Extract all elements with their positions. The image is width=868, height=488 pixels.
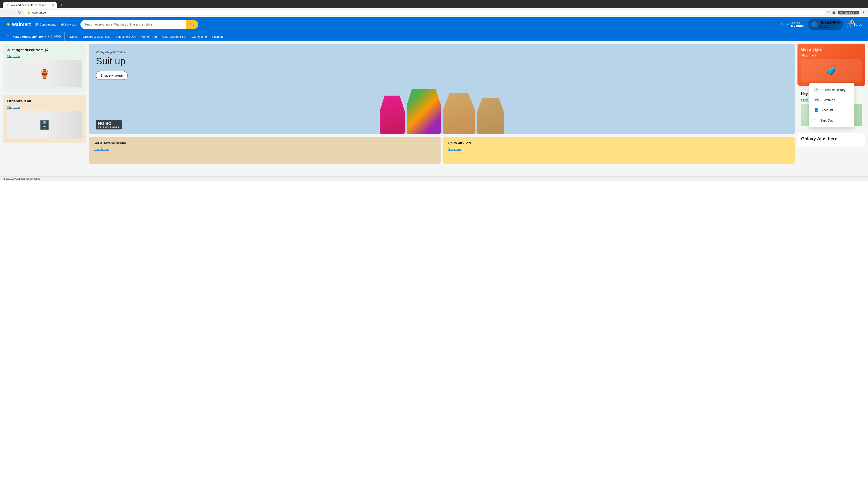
active-tab[interactable]: ⭐ Walmart has deals on the most... ✕ xyxy=(3,2,57,8)
sale-shop-link[interactable]: Shop now xyxy=(448,148,461,151)
account-button[interactable]: 👤 Hi, Lauren D Account xyxy=(808,19,843,30)
reorder-button[interactable]: ↺ Reorder My Items xyxy=(787,21,804,28)
services-icon: ⊕ xyxy=(61,22,64,27)
departments-nav[interactable]: ⊞ Departments xyxy=(35,22,56,27)
reorder-bottom-label: My Items xyxy=(791,24,804,28)
nav-valentines[interactable]: Valentine's Day xyxy=(113,33,138,41)
reload-button[interactable]: ↻ xyxy=(17,10,22,15)
status-url: https://www.walmart.com/account xyxy=(3,177,39,180)
nav-fashion[interactable]: Fashion xyxy=(210,33,225,41)
left-column: Just right decor from $7 Shop now 🏺 Orga… xyxy=(3,43,86,164)
address-bar[interactable]: 🔒 walmart.com xyxy=(24,10,825,15)
header-right: ♡ ↺ Reorder My Items 👤 Hi, Lauren D Acco… xyxy=(779,19,863,30)
sign-out-icon: ⬚ xyxy=(814,118,817,123)
hero-tag: Vacay on your mind? xyxy=(96,51,788,54)
departments-label: Departments xyxy=(39,23,56,26)
decor-shop-link[interactable]: Shop now xyxy=(7,55,20,58)
scene-shop-link[interactable]: Shop home xyxy=(94,148,109,151)
dropdown-sign-out[interactable]: ⬚ Sign Out xyxy=(809,115,855,126)
sign-out-label: Sign Out xyxy=(820,119,833,122)
hero-banner: Vacay on your mind? Suit up Shop swimwea… xyxy=(89,43,795,134)
dropdown-purchase-history[interactable]: 🕐 Purchase History xyxy=(809,85,855,95)
chevron-down-icon: ▾ xyxy=(48,35,49,38)
incognito-badge[interactable]: 🕵 Incognito (3) xyxy=(838,11,860,14)
walmart-plus-icon: W+ xyxy=(814,98,821,102)
forward-button[interactable]: → xyxy=(10,10,16,15)
nav-grocery[interactable]: Grocery & Essentials xyxy=(80,33,113,41)
location-selector[interactable]: 📍 Pickup today, 9pm-10pm ▾ | 07094 xyxy=(5,32,65,41)
walmart-header: ✦ walmart ⊞ Departments ⊕ Services 🔍 ♡ ↺… xyxy=(0,17,868,32)
swimsuit-tan2 xyxy=(477,98,504,134)
decor-title: Just right decor from $7 xyxy=(7,48,82,52)
hero-image-area xyxy=(96,80,788,134)
purchase-history-icon: 🕐 xyxy=(814,88,819,92)
organize-image: 🗄️ xyxy=(7,111,82,138)
search-button[interactable]: 🔍 xyxy=(186,20,198,29)
walmart-logo[interactable]: ✦ walmart xyxy=(5,21,31,28)
tab-bar: ⭐ Walmart has deals on the most... ✕ ＋ xyxy=(3,2,865,8)
cart-amount: $0.00 xyxy=(854,22,863,26)
toolbar-icons: ☆ ▣ 🕵 Incognito (3) ⋮ xyxy=(827,10,865,15)
back-button[interactable]: ← xyxy=(3,10,8,15)
scene-title: Set a serene scene xyxy=(94,141,436,145)
cart-button[interactable]: 🛒 0 $0.00 xyxy=(846,22,863,27)
browser-controls: ← → ↻ 🔒 walmart.com ☆ ▣ 🕵 Incognito (3) … xyxy=(0,8,868,17)
menu-icon[interactable]: ⋮ xyxy=(862,10,865,15)
lock-icon: 🔒 xyxy=(27,11,30,14)
services-nav[interactable]: ⊕ Services xyxy=(61,22,76,27)
style-shop-link[interactable]: Shop travel xyxy=(801,54,862,57)
style-image: 🧳 xyxy=(801,59,862,82)
nav-cold[interactable]: Cold, Cough & Flu xyxy=(160,33,189,41)
galaxy-title: Galaxy AI is here xyxy=(801,136,862,141)
organize-promo-card: Organize it all Shop now 🗄️ xyxy=(3,95,86,143)
new-tab-button[interactable]: ＋ xyxy=(58,2,65,8)
decor-promo-card: Just right decor from $7 Shop now 🏺 xyxy=(3,43,86,92)
main-content: Just right decor from $7 Shop now 🏺 Orga… xyxy=(0,41,868,176)
services-label: Services xyxy=(65,23,76,26)
sale-promo-card: Up to 40% off Shop now xyxy=(443,137,795,164)
logo-text: walmart xyxy=(12,22,31,27)
content-grid: Just right decor from $7 Shop now 🏺 Orga… xyxy=(0,41,868,166)
nav-deals[interactable]: Deals xyxy=(67,33,80,41)
cart-count-badge: 0 xyxy=(850,20,854,24)
shop-swimwear-button[interactable]: Shop swimwear xyxy=(96,71,128,80)
center-column: Vacay on your mind? Suit up Shop swimwea… xyxy=(89,43,795,164)
location-icon: 📍 xyxy=(5,34,10,39)
account-dropdown: 🕐 Purchase History W+ Walmart+ 👤 Account… xyxy=(809,83,855,127)
brand-name: NO BO xyxy=(98,121,112,126)
account-dropdown-label: Account xyxy=(822,108,833,112)
status-bar: https://www.walmart.com/account xyxy=(0,176,868,181)
organize-title: Organize it all xyxy=(7,99,82,103)
sale-title: Up to 40% off xyxy=(448,141,790,145)
organize-shop-link[interactable]: Shop now xyxy=(7,105,20,109)
wishlist-button[interactable]: ♡ xyxy=(779,22,783,27)
purchase-history-label: Purchase History xyxy=(822,88,846,92)
tab-title: Walmart has deals on the most... xyxy=(11,4,50,7)
swimsuit-multi xyxy=(407,89,441,134)
nav-winter[interactable]: Winter Prep xyxy=(138,33,160,41)
style-title: Get a style xyxy=(801,47,862,52)
decor-image: 🏺 xyxy=(7,60,82,88)
galaxy-promo-card: Galaxy AI is here xyxy=(798,133,865,147)
dropdown-account[interactable]: 👤 Account xyxy=(809,105,855,115)
sidebar-icon[interactable]: ▣ xyxy=(832,10,836,15)
hero-title: Suit up xyxy=(96,56,788,67)
tab-favicon: ⭐ xyxy=(6,4,9,7)
walmart-plus-label: Walmart+ xyxy=(824,98,837,102)
nav-separator: | xyxy=(51,35,52,38)
swimsuit-pink xyxy=(380,96,405,134)
departments-icon: ⊞ xyxy=(35,22,38,27)
dropdown-walmart-plus[interactable]: W+ Walmart+ xyxy=(809,95,855,105)
reorder-icon: ↺ xyxy=(787,23,789,26)
bookmark-icon[interactable]: ☆ xyxy=(827,10,830,15)
scene-promo-card: Set a serene scene Shop home xyxy=(89,137,440,164)
swimsuit-tan xyxy=(443,93,475,134)
spark-icon: ✦ xyxy=(5,21,11,28)
style-promo-card: Get a style Shop travel 🧳 xyxy=(798,43,865,86)
search-input[interactable] xyxy=(81,20,186,29)
pickup-time: Pickup today, 9pm-10pm xyxy=(12,35,46,38)
tab-close-button[interactable]: ✕ xyxy=(52,4,54,6)
nav-game[interactable]: Game Time xyxy=(189,33,210,41)
account-icon: 👤 xyxy=(814,107,819,112)
browser-chrome: ⭐ Walmart has deals on the most... ✕ ＋ xyxy=(0,0,868,8)
